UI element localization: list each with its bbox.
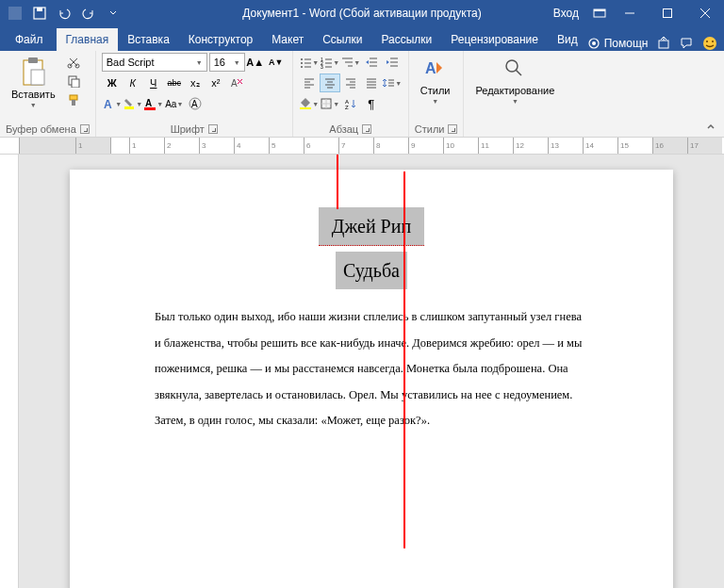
- comments-button[interactable]: [680, 37, 693, 50]
- tab-review[interactable]: Рецензирование: [441, 28, 548, 51]
- bullets-button[interactable]: ▼: [299, 53, 320, 72]
- bold-button[interactable]: Ж: [102, 74, 123, 92]
- clear-formatting-button[interactable]: A: [226, 74, 247, 92]
- svg-rect-17: [28, 57, 38, 63]
- svg-rect-1: [8, 7, 22, 20]
- styles-dialog-launcher[interactable]: [448, 124, 457, 134]
- body-paragraph-1[interactable]: Был только один выход, ибо наши жизни сп…: [155, 304, 588, 408]
- svg-rect-5: [594, 9, 605, 11]
- paste-label: Вставить: [11, 89, 56, 100]
- doc-title-selected[interactable]: Джей Рип: [319, 207, 424, 246]
- borders-button[interactable]: ▼: [320, 94, 340, 113]
- highlight-button[interactable]: ▼: [123, 94, 143, 113]
- strikethrough-button[interactable]: abc: [164, 74, 185, 92]
- svg-line-80: [516, 70, 521, 75]
- signin-link[interactable]: Вход: [544, 7, 588, 20]
- increase-indent-button[interactable]: [382, 53, 403, 72]
- svg-rect-22: [72, 79, 79, 88]
- tab-file[interactable]: Файл: [2, 28, 57, 51]
- font-color-button[interactable]: A▼: [143, 94, 164, 113]
- tell-me-label: Помощн: [604, 37, 649, 50]
- svg-rect-7: [664, 9, 672, 18]
- character-shading-button[interactable]: A: [185, 94, 206, 113]
- svg-text:Z: Z: [345, 105, 349, 110]
- svg-text:3: 3: [321, 64, 323, 69]
- font-size-combo[interactable]: 16▼: [209, 53, 245, 72]
- tab-view[interactable]: Вид: [548, 28, 587, 51]
- shrink-font-button[interactable]: A▼: [266, 53, 287, 72]
- tab-mailings[interactable]: Рассылки: [371, 28, 441, 51]
- svg-point-32: [301, 58, 303, 60]
- horizontal-ruler[interactable]: 1 1 2 3 4 5 6 7 8 9 10 11 12 13 14 15 16…: [0, 138, 724, 155]
- multilevel-list-button[interactable]: ▼: [340, 53, 361, 72]
- svg-rect-18: [31, 70, 44, 85]
- styles-label: Стили: [420, 85, 451, 96]
- italic-button[interactable]: К: [123, 74, 143, 92]
- vertical-ruler[interactable]: [0, 155, 19, 588]
- justify-button[interactable]: [361, 74, 382, 92]
- find-icon: [502, 57, 527, 83]
- word-icon[interactable]: [4, 2, 26, 24]
- collapse-ribbon-button[interactable]: [703, 120, 718, 135]
- undo-button[interactable]: [53, 2, 75, 24]
- svg-point-36: [301, 66, 303, 68]
- tab-design[interactable]: Конструктор: [179, 28, 262, 51]
- shading-button[interactable]: ▼: [299, 94, 320, 113]
- smiley-icon[interactable]: [702, 36, 717, 51]
- show-formatting-button[interactable]: ¶: [361, 94, 382, 113]
- minimize-button[interactable]: [611, 0, 649, 26]
- paragraph-dialog-launcher[interactable]: [362, 124, 371, 134]
- font-family-combo[interactable]: Bad Script▼: [102, 53, 207, 72]
- close-button[interactable]: [686, 0, 724, 26]
- copy-button[interactable]: [63, 72, 84, 90]
- window-title: Документ1 - Word (Сбой активации продукт…: [242, 7, 481, 20]
- subscript-button[interactable]: x₂: [185, 74, 206, 92]
- change-case-button[interactable]: Aa▼: [164, 94, 185, 113]
- save-button[interactable]: [28, 2, 51, 24]
- paste-button[interactable]: Вставить ▼: [6, 53, 61, 112]
- tab-references[interactable]: Ссылки: [313, 28, 371, 51]
- maximize-button[interactable]: [649, 0, 686, 26]
- redo-button[interactable]: [77, 2, 100, 24]
- ribbon-display-options[interactable]: [588, 2, 611, 24]
- sort-button[interactable]: AZ: [340, 94, 361, 113]
- document-viewport[interactable]: Джей Рип Судьба Был только один выход, и…: [19, 155, 724, 588]
- chevron-down-icon: ▼: [512, 98, 518, 105]
- text-effects-button[interactable]: A▼: [102, 94, 123, 113]
- editing-button[interactable]: Редактирование ▼: [469, 53, 560, 108]
- line-spacing-button[interactable]: ▼: [382, 74, 403, 92]
- qat-customize-button[interactable]: [102, 2, 124, 24]
- svg-rect-27: [124, 106, 134, 109]
- body-paragraph-2[interactable]: Затем, в один голос, мы сказали: «Может,…: [155, 408, 588, 434]
- align-center-button[interactable]: [320, 74, 340, 92]
- svg-point-14: [706, 41, 708, 42]
- paragraph-group-label: Абзац: [329, 123, 358, 135]
- font-dialog-launcher[interactable]: [208, 124, 218, 134]
- font-group-label: Шрифт: [171, 123, 205, 135]
- styles-group-label: Стили: [415, 123, 445, 135]
- doc-subtitle-selected[interactable]: Судьба: [336, 252, 407, 289]
- tab-insert[interactable]: Вставка: [118, 28, 179, 51]
- align-left-button[interactable]: [299, 74, 320, 92]
- tab-layout[interactable]: Макет: [262, 28, 313, 51]
- styles-button[interactable]: A Стили ▼: [415, 53, 456, 108]
- tell-me[interactable]: Помощн: [587, 37, 649, 50]
- svg-text:A: A: [191, 99, 198, 109]
- tab-home[interactable]: Главная: [57, 28, 119, 51]
- font-family-value: Bad Script: [107, 57, 155, 68]
- grow-font-button[interactable]: A▲: [245, 53, 266, 72]
- underline-button[interactable]: Ч: [143, 74, 164, 92]
- cut-button[interactable]: [63, 53, 84, 72]
- decrease-indent-button[interactable]: [361, 53, 382, 72]
- superscript-button[interactable]: x²: [206, 74, 226, 92]
- svg-point-34: [301, 62, 303, 64]
- page: Джей Рип Судьба Был только один выход, и…: [70, 170, 673, 588]
- clipboard-dialog-launcher[interactable]: [80, 124, 90, 134]
- svg-rect-72: [300, 107, 311, 109]
- share-button[interactable]: [657, 37, 670, 50]
- align-right-button[interactable]: [340, 74, 361, 92]
- font-size-value: 16: [214, 57, 225, 68]
- format-painter-button[interactable]: [63, 90, 84, 109]
- numbering-button[interactable]: 123▼: [320, 53, 340, 72]
- svg-text:A: A: [231, 78, 238, 89]
